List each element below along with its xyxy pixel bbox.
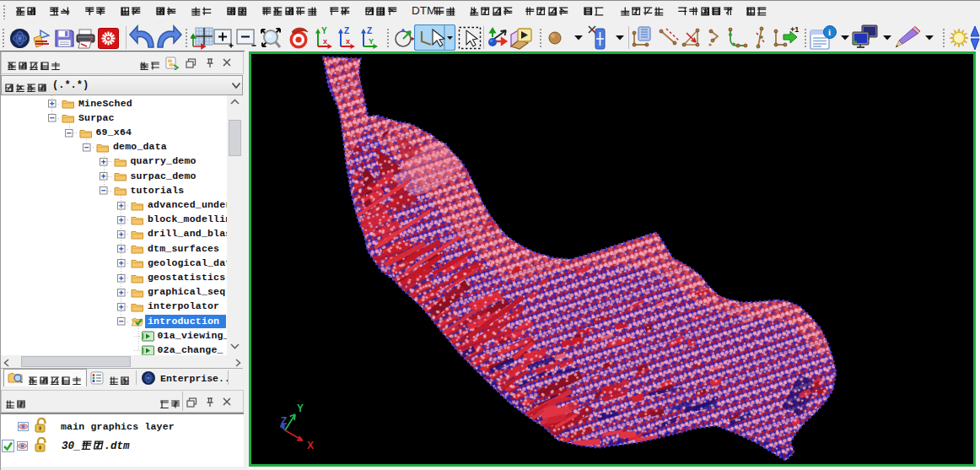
svg-text:+1: +1: [790, 25, 799, 34]
svg-text:x: x: [323, 37, 327, 46]
svg-text:Z: Z: [367, 26, 372, 35]
svg-text:Z: Z: [344, 26, 349, 35]
svg-text:Y: Y: [297, 402, 304, 414]
svg-text:X: X: [307, 440, 314, 451]
svg-text:Y: Y: [369, 37, 374, 46]
svg-text:x: x: [346, 37, 350, 46]
svg-text:Y: Y: [321, 26, 327, 35]
svg-text:i: i: [828, 27, 831, 37]
